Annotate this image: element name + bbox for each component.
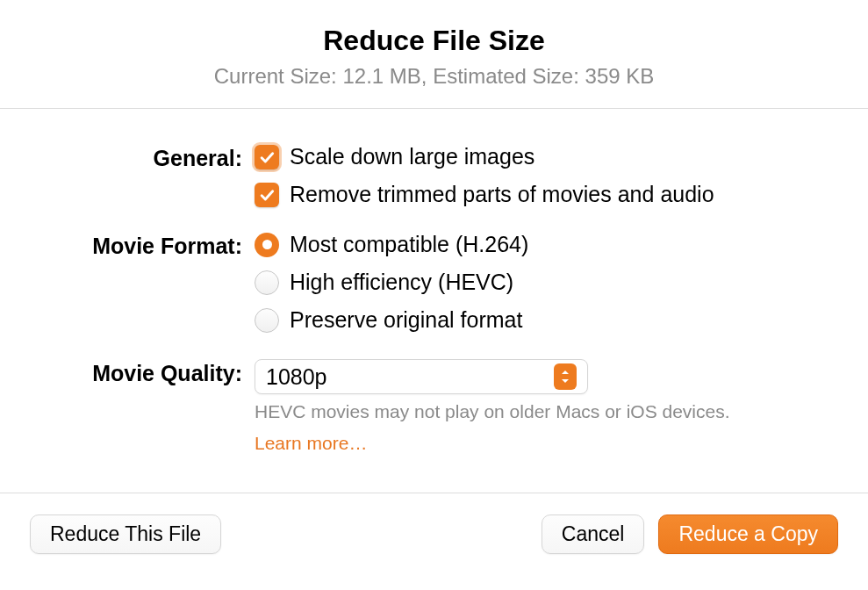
general-row: General: Scale down large images Remove … — [53, 144, 815, 219]
learn-more-link[interactable]: Learn more… — [255, 433, 815, 454]
movie-format-row: Movie Format: Most compatible (H.264) Hi… — [53, 232, 815, 345]
movie-format-controls: Most compatible (H.264) High efficiency … — [255, 232, 815, 345]
format-preserve-radio[interactable] — [255, 308, 279, 333]
select-stepper-icon — [554, 363, 577, 390]
scale-down-checkbox[interactable] — [255, 145, 279, 169]
general-label: General: — [53, 144, 255, 171]
scale-down-label: Scale down large images — [290, 144, 534, 169]
dialog-content: General: Scale down large images Remove … — [0, 109, 868, 493]
reduce-a-copy-button[interactable]: Reduce a Copy — [658, 514, 838, 554]
reduce-this-file-button[interactable]: Reduce This File — [30, 514, 221, 554]
remove-trimmed-checkbox[interactable] — [255, 183, 279, 207]
hevc-note: HEVC movies may not play on older Macs o… — [255, 401, 815, 422]
scale-down-option: Scale down large images — [255, 144, 815, 169]
chevron-up-icon — [561, 368, 570, 377]
format-h264-option: Most compatible (H.264) — [255, 232, 815, 257]
format-h264-radio[interactable] — [255, 233, 279, 257]
check-icon — [258, 186, 276, 204]
movie-quality-row: Movie Quality: 1080p HEVC movies may not… — [53, 359, 815, 454]
format-preserve-option: Preserve original format — [255, 307, 815, 333]
format-hevc-label: High efficiency (HEVC) — [290, 270, 513, 295]
dialog-header: Reduce File Size Current Size: 12.1 MB, … — [0, 0, 868, 108]
format-hevc-option: High efficiency (HEVC) — [255, 270, 815, 295]
format-h264-label: Most compatible (H.264) — [290, 232, 528, 257]
format-preserve-label: Preserve original format — [290, 307, 522, 333]
remove-trimmed-option: Remove trimmed parts of movies and audio — [255, 182, 815, 207]
check-icon — [258, 148, 276, 166]
size-subtitle: Current Size: 12.1 MB, Estimated Size: 3… — [0, 64, 868, 89]
movie-quality-select[interactable]: 1080p — [255, 359, 588, 394]
dialog-title: Reduce File Size — [0, 25, 868, 57]
movie-quality-value: 1080p — [266, 364, 554, 390]
remove-trimmed-label: Remove trimmed parts of movies and audio — [290, 182, 714, 207]
general-controls: Scale down large images Remove trimmed p… — [255, 144, 815, 219]
dialog-footer: Reduce This File Cancel Reduce a Copy — [0, 493, 868, 575]
movie-quality-controls: 1080p HEVC movies may not play on older … — [255, 359, 815, 454]
movie-format-label: Movie Format: — [53, 232, 255, 259]
format-hevc-radio[interactable] — [255, 270, 279, 295]
chevron-down-icon — [561, 377, 570, 385]
cancel-button[interactable]: Cancel — [542, 514, 645, 554]
movie-quality-label: Movie Quality: — [53, 359, 255, 386]
